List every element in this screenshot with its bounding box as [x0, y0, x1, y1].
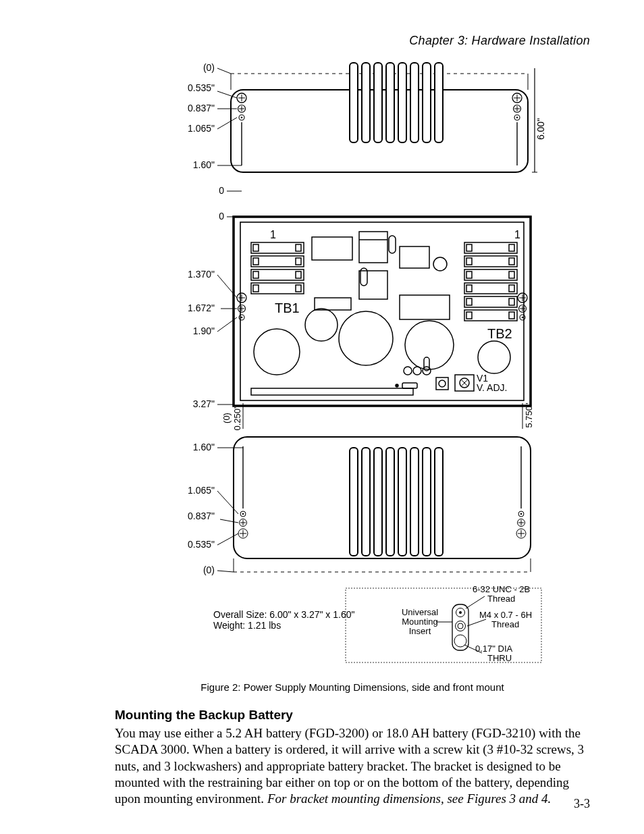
svg-rect-29 [435, 63, 443, 142]
svg-rect-115 [436, 377, 448, 390]
svg-text:1.90": 1.90" [193, 325, 215, 336]
paragraph-italic: For bracket mounting dimensions, see Fig… [267, 791, 551, 806]
svg-rect-106 [400, 295, 450, 319]
svg-line-175 [217, 491, 238, 514]
svg-text:Thread: Thread [487, 594, 515, 604]
svg-point-190 [459, 611, 462, 614]
svg-text:0.535": 0.535" [188, 539, 215, 550]
svg-rect-28 [423, 63, 431, 142]
svg-point-116 [439, 380, 446, 387]
svg-line-37 [217, 118, 237, 129]
svg-rect-104 [400, 246, 429, 268]
svg-rect-101 [359, 232, 387, 263]
svg-text:(0): (0) [203, 565, 215, 575]
svg-rect-164 [350, 448, 358, 556]
svg-rect-103 [359, 271, 387, 299]
svg-rect-27 [410, 63, 419, 142]
svg-text:6-32 UNC - 2B: 6-32 UNC - 2B [473, 584, 530, 594]
svg-text:3.27": 3.27" [193, 398, 215, 409]
svg-rect-25 [386, 63, 394, 142]
svg-rect-74 [253, 285, 259, 292]
svg-rect-167 [386, 448, 394, 556]
svg-line-197 [467, 619, 486, 626]
svg-rect-22 [350, 63, 358, 142]
svg-text:1: 1 [514, 229, 520, 240]
svg-rect-72 [296, 271, 301, 278]
svg-rect-23 [362, 63, 370, 142]
svg-rect-83 [466, 271, 472, 278]
svg-rect-168 [398, 448, 406, 556]
svg-line-179 [217, 533, 238, 545]
svg-text:Mounting: Mounting [402, 617, 437, 627]
svg-text:Universal: Universal [402, 607, 438, 617]
svg-text:TB1: TB1 [275, 301, 300, 315]
svg-text:(0): (0) [221, 413, 232, 423]
svg-rect-93 [509, 312, 514, 319]
svg-point-99 [478, 341, 510, 373]
svg-point-191 [456, 621, 466, 631]
svg-line-181 [217, 571, 234, 572]
svg-rect-169 [410, 448, 419, 556]
svg-rect-75 [296, 285, 301, 292]
svg-rect-26 [398, 63, 406, 142]
svg-text:V. ADJ.: V. ADJ. [477, 382, 507, 393]
svg-rect-170 [423, 448, 431, 556]
svg-text:0.837": 0.837" [188, 511, 215, 521]
svg-rect-84 [509, 271, 514, 278]
svg-rect-87 [509, 285, 514, 292]
figure-caption: Figure 2: Power Supply Mounting Dimensio… [115, 681, 590, 693]
svg-rect-71 [253, 271, 259, 278]
svg-rect-165 [362, 448, 370, 556]
chapter-header: Chapter 3: Hardware Installation [115, 34, 590, 48]
svg-text:0: 0 [219, 211, 224, 221]
svg-rect-92 [466, 312, 472, 319]
svg-point-95 [305, 309, 338, 341]
svg-line-31 [217, 68, 231, 74]
svg-rect-171 [435, 448, 443, 556]
svg-point-156 [520, 513, 522, 515]
svg-text:Overall Size: 6.00" x 3.27" x : Overall Size: 6.00" x 3.27" x 1.60" [213, 609, 354, 620]
svg-rect-77 [466, 244, 472, 251]
section-paragraph: You may use either a 5.2 AH battery (FGD… [115, 725, 590, 808]
svg-text:TB2: TB2 [487, 326, 512, 341]
power-supply-diagram: (0) 0.535" 0.837" 1.065" 1.60" 0 0 [157, 61, 548, 669]
svg-rect-89 [466, 298, 472, 305]
svg-point-113 [396, 384, 398, 387]
svg-rect-108 [389, 236, 396, 253]
svg-rect-66 [296, 244, 301, 251]
svg-rect-24 [374, 63, 382, 142]
svg-rect-86 [466, 285, 472, 292]
svg-rect-121 [251, 388, 413, 395]
svg-text:1.60": 1.60" [193, 442, 215, 452]
figure-2: (0) 0.535" 0.837" 1.065" 1.60" 0 0 [157, 61, 548, 669]
svg-rect-114 [402, 383, 417, 388]
svg-text:6.00": 6.00" [535, 118, 546, 140]
svg-point-147 [242, 513, 244, 515]
svg-text:1: 1 [270, 229, 276, 240]
svg-rect-166 [374, 448, 382, 556]
svg-text:M4 x 0.7 - 6H: M4 x 0.7 - 6H [479, 610, 532, 620]
svg-rect-90 [509, 298, 514, 305]
svg-text:0.250": 0.250" [232, 405, 242, 431]
svg-point-192 [458, 623, 463, 629]
svg-point-61 [522, 317, 524, 319]
svg-text:Weight: 1.21 lbs: Weight: 1.21 lbs [213, 620, 281, 631]
svg-point-96 [339, 311, 393, 365]
svg-rect-80 [466, 258, 472, 265]
svg-point-111 [413, 367, 421, 375]
svg-text:Insert: Insert [409, 626, 431, 636]
svg-line-194 [466, 596, 485, 608]
svg-rect-105 [315, 298, 351, 310]
svg-text:(0): (0) [203, 62, 215, 73]
svg-point-98 [433, 257, 447, 271]
svg-point-110 [404, 367, 412, 375]
svg-point-20 [516, 117, 518, 119]
svg-text:0.17" DIA: 0.17" DIA [475, 644, 513, 654]
svg-text:0.535": 0.535" [188, 82, 215, 93]
svg-line-177 [220, 519, 238, 523]
svg-rect-65 [253, 244, 259, 251]
svg-text:1.065": 1.065" [188, 123, 215, 134]
svg-point-53 [241, 317, 243, 319]
svg-text:0: 0 [219, 185, 224, 196]
page-number: 3-3 [574, 797, 590, 811]
